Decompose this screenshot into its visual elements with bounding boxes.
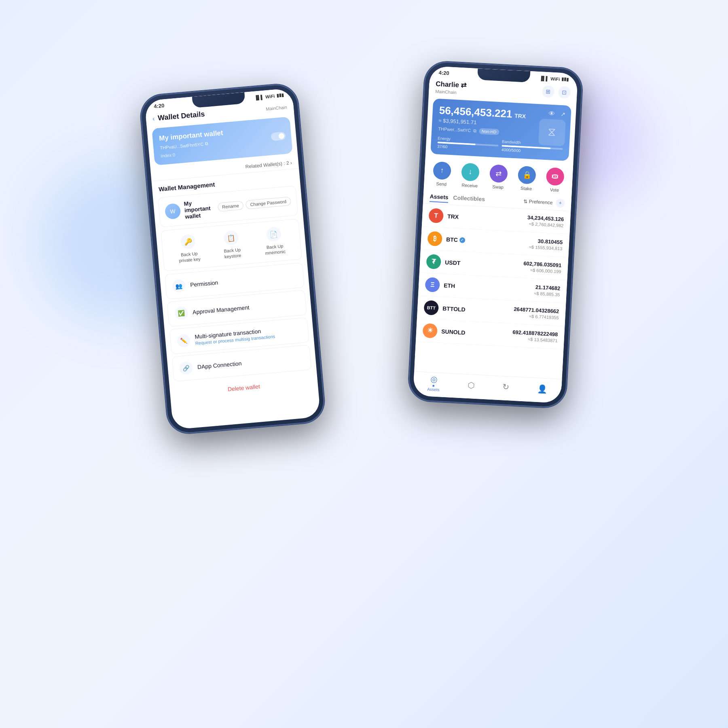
balance-currency: TRX	[514, 113, 526, 120]
left-phone: 4:20 ▐▌▌ WiFi ▮▮▮ ‹ Wallet Details MainC…	[139, 83, 326, 435]
backup-private-key[interactable]: 🔑 Back Upprivate key	[177, 233, 201, 264]
left-screen: 4:20 ▐▌▌ WiFi ▮▮▮ ‹ Wallet Details MainC…	[144, 88, 321, 430]
tab-actions: ⇅ Preference +	[523, 197, 565, 207]
nav-history[interactable]: ↻	[499, 380, 513, 394]
mnemonic-icon: 📄	[266, 226, 281, 242]
user-info: Charlie ⇄ MainChain	[435, 80, 467, 95]
history-nav-icon: ↻	[502, 382, 510, 392]
tab-collectibles[interactable]: Collectibles	[453, 192, 490, 205]
btc-icon: ₿	[427, 231, 442, 246]
add-asset-button[interactable]: +	[556, 198, 565, 207]
page-title: Wallet Details	[157, 110, 205, 123]
mgmt-avatar: W	[165, 203, 181, 220]
approval-icon: ✅	[174, 306, 188, 320]
approval-title: Approval Management	[192, 300, 299, 315]
send-label: Send	[436, 181, 447, 186]
swap-icon: ⇄	[489, 164, 508, 183]
trx-usd: ≈$ 2,760,842,982	[527, 221, 564, 228]
assets-nav-dot	[432, 385, 434, 387]
receive-qr-button[interactable]: ⊞	[542, 85, 555, 98]
stake-icon: 🔒	[518, 165, 536, 184]
rename-button[interactable]: Rename	[217, 201, 243, 212]
battery-icon: ▮▮▮	[276, 92, 284, 98]
volume-up-btn[interactable]	[142, 145, 145, 158]
swap-action[interactable]: ⇄ Swap	[489, 164, 508, 190]
energy-stat: Energy 37/60	[437, 136, 499, 152]
r-volume-up-btn[interactable]	[421, 109, 423, 122]
backup-keystore-label: Back Upkeystore	[224, 247, 241, 260]
nav-assets[interactable]: ◎ Assets	[424, 372, 444, 394]
trx-icon: T	[428, 208, 444, 223]
bttold-icon: BTT	[423, 300, 439, 315]
trx-amounts: 34,234,453.126 ≈$ 2,760,842,982	[527, 214, 564, 228]
permission-icon: 👥	[172, 279, 186, 293]
back-button[interactable]: ‹	[152, 115, 155, 122]
vote-label: Vote	[550, 187, 559, 193]
scan-button[interactable]: ⊡	[558, 86, 571, 99]
trx-name: TRX	[447, 213, 527, 223]
usdt-icon: ₮	[426, 254, 441, 269]
btc-amounts: 30.810455 ≈$ 1555,934,813	[529, 238, 563, 251]
usdt-usd: ≈$ 606,000.199	[523, 267, 561, 274]
nav-account[interactable]: 👤	[534, 382, 551, 396]
eth-icon: Ξ	[425, 277, 440, 292]
permission-title: Permission	[190, 272, 296, 288]
vote-action[interactable]: 🎟 Vote	[546, 167, 565, 193]
backup-private-key-label: Back Upprivate key	[178, 250, 201, 264]
copy-address-icon[interactable]: ⧉	[473, 128, 477, 133]
eth-name: ETH	[444, 282, 534, 293]
mgmt-wallet-name: My important wallet	[184, 198, 214, 220]
account-nav-icon: 👤	[537, 383, 548, 394]
sunold-amounts: 692.418878222498 ≈$ 13.5483871	[512, 329, 558, 343]
asset-list: T TRX 34,234,453.126 ≈$ 2,760,842,982 ₿ …	[415, 203, 571, 371]
user-name: Charlie ⇄	[436, 80, 467, 90]
btc-verified-badge: ✓	[459, 237, 466, 243]
backup-keystore[interactable]: 📋 Back Upkeystore	[222, 230, 241, 260]
chain-name-right: MainChain	[435, 89, 466, 95]
right-phone: 4:20 ▐▌▌ WiFi ▮▮▮ Charlie ⇄ MainChain ⊞	[408, 61, 583, 408]
mgmt-buttons: Rename Change Password	[217, 197, 291, 212]
status-icons-left: ▐▌▌ WiFi ▮▮▮	[254, 92, 284, 100]
status-icons-right: ▐▌▌ WiFi ▮▮▮	[540, 75, 569, 82]
btc-amount: 30.810455	[529, 238, 563, 245]
r-volume-down-btn[interactable]	[420, 127, 422, 140]
collectibles-nav-icon: ⬡	[468, 380, 475, 390]
time-right: 4:20	[438, 70, 449, 76]
signal-icon: ▐▌▌	[254, 94, 264, 100]
multisig-text: Multi-signature transaction Request or p…	[195, 324, 302, 346]
mgmt-row: W My important wallet Rename Change Pass…	[164, 191, 292, 222]
r-power-btn[interactable]	[579, 122, 582, 146]
backup-mnemonic-label: Back Upmnemonic	[265, 243, 286, 256]
power-btn[interactable]	[301, 135, 305, 159]
copy-icon[interactable]: ⧉	[205, 141, 209, 146]
backup-mnemonic[interactable]: 📄 Back Upmnemonic	[263, 226, 286, 256]
usdt-amounts: 602,786.035091 ≈$ 606,000.199	[523, 260, 561, 274]
stake-action[interactable]: 🔒 Stake	[517, 165, 536, 191]
bottom-nav: ◎ Assets ⬡ ↻ 👤	[413, 371, 562, 403]
send-icon: ↑	[433, 161, 451, 180]
tab-assets[interactable]: Assets	[430, 190, 453, 203]
silent-btn[interactable]	[141, 133, 143, 142]
r-silent-btn[interactable]	[421, 97, 423, 106]
swap-label: Swap	[492, 184, 504, 189]
balance-card: 👁 ↗ 56,456,453.221 TRX ≈ $3,951,951.71 T…	[430, 99, 571, 161]
non-hd-badge: Non-HD	[479, 128, 499, 135]
permission-text: Permission	[190, 272, 296, 288]
change-password-button[interactable]: Change Password	[245, 197, 291, 210]
volume-down-btn[interactable]	[144, 163, 146, 176]
assets-nav-label: Assets	[427, 387, 440, 392]
receive-label: Receive	[461, 182, 478, 188]
nav-collectibles[interactable]: ⬡	[464, 378, 478, 392]
send-action[interactable]: ↑ Send	[432, 161, 451, 186]
time-left: 4:20	[154, 102, 165, 109]
dapp-text: DApp Connection	[197, 354, 304, 370]
approval-text: Approval Management	[192, 300, 299, 315]
private-key-icon: 🔑	[180, 234, 196, 250]
header-actions: ⊞ ⊡	[542, 85, 571, 99]
vote-icon: 🎟	[546, 167, 565, 186]
sunold-icon: ☀	[422, 323, 438, 339]
dapp-icon: 🔗	[179, 361, 193, 375]
right-screen: 4:20 ▐▌▌ WiFi ▮▮▮ Charlie ⇄ MainChain ⊞	[413, 66, 578, 403]
receive-action[interactable]: ↓ Receive	[461, 163, 480, 188]
preference-button[interactable]: ⇅ Preference	[523, 198, 553, 205]
